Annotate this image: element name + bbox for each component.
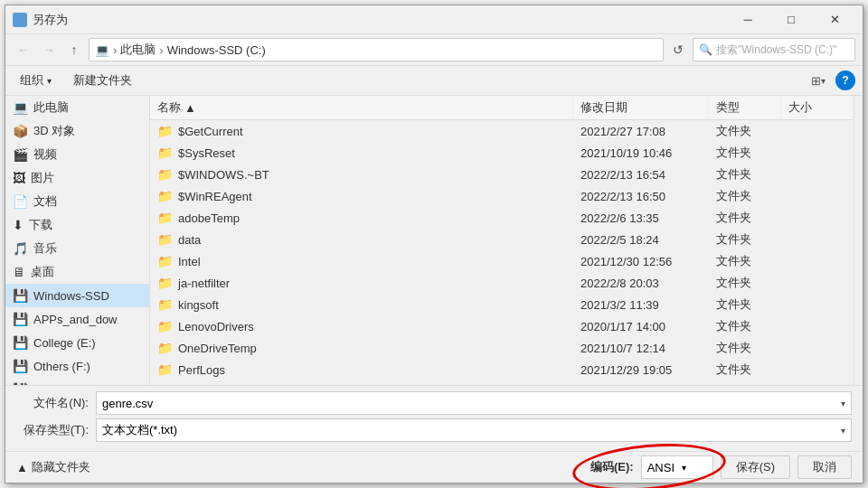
- title-bar-left: 另存为: [13, 12, 68, 28]
- sidebar-item-college-e[interactable]: 💾College (E:): [5, 331, 149, 354]
- table-row[interactable]: 📁 Intel 2021/12/30 12:56 文件夹: [150, 250, 854, 272]
- sidebar-item-windows-ssd[interactable]: 💾Windows-SSD: [5, 284, 149, 307]
- title-bar-buttons: ─ □ ✕: [727, 7, 855, 33]
- file-name-cell: 📁 ja-netfilter: [150, 272, 573, 294]
- file-name: $GetCurrent: [178, 125, 243, 138]
- filename-input[interactable]: genre.csv ▾: [96, 391, 852, 415]
- sidebar-label-desktop: 桌面: [31, 264, 54, 280]
- file-name: OneDriveTemp: [178, 342, 257, 355]
- table-row[interactable]: 📁 $SysReset 2021/10/19 10:46 文件夹: [150, 142, 854, 164]
- address-bar: ← → ↑ 💻 › 此电脑 › Windows-SSD (C:) ↺ 🔍 搜索"…: [5, 34, 863, 66]
- search-box[interactable]: 🔍 搜索"Windows-SSD (C:)": [693, 38, 855, 61]
- file-size-cell: [781, 337, 854, 359]
- forward-button[interactable]: →: [38, 39, 60, 61]
- file-type-cell: 文件夹: [709, 359, 781, 380]
- sidebar: 💻此电脑📦3D 对象🎬视频🖼图片📄文档⬇下载🎵音乐🖥桌面💾Windows-SSD…: [5, 96, 150, 385]
- table-row[interactable]: 📁 PerfLogs 2021/12/29 19:05 文件夹: [150, 359, 854, 380]
- maximize-button[interactable]: □: [770, 7, 812, 33]
- encoding-section: 编码(E): ANSI ▾ 保存(S) 取消: [590, 455, 852, 479]
- address-path[interactable]: 💻 › 此电脑 › Windows-SSD (C:): [89, 38, 664, 61]
- folder-icon: 📁: [157, 189, 173, 203]
- close-button[interactable]: ✕: [814, 7, 855, 33]
- sidebar-icon-videos: 🎬: [13, 147, 28, 162]
- sidebar-item-music[interactable]: 🎵音乐: [5, 237, 149, 260]
- folder-icon: 📁: [157, 145, 173, 160]
- encoding-select[interactable]: ANSI ▾: [641, 455, 713, 479]
- sidebar-label-documents: 文档: [33, 193, 57, 210]
- path-sep2: ›: [159, 43, 163, 57]
- organize-button[interactable]: 组织 ▾: [13, 69, 59, 92]
- file-name-cell: 📁 LenovoDrivers: [150, 315, 573, 337]
- file-name-cell: 📁 $WinREAgent: [150, 185, 573, 207]
- header-name[interactable]: 名称 ▲: [150, 96, 573, 119]
- filename-label: 文件名(N):: [16, 395, 89, 411]
- file-name-cell: 📁 Intel: [150, 250, 573, 272]
- file-size-cell: [781, 359, 854, 380]
- header-size[interactable]: 大小: [781, 96, 854, 119]
- sidebar-label-college-e: College (E:): [33, 336, 96, 350]
- file-type-cell: 文件夹: [709, 142, 781, 164]
- file-size-cell: [781, 207, 854, 229]
- table-row[interactable]: 📁 $GetCurrent 2021/2/27 17:08 文件夹: [150, 120, 854, 142]
- file-name-cell: 📁 $GetCurrent: [150, 120, 573, 142]
- folder-icon: 📁: [157, 167, 173, 182]
- sidebar-item-others-f[interactable]: 💾Others (F:): [5, 354, 149, 378]
- sort-arrow: ▲: [184, 101, 196, 115]
- encoding-label: 编码(E):: [590, 459, 634, 475]
- sidebar-icon-music: 🎵: [13, 241, 28, 256]
- filetype-input[interactable]: 文本文档(*.txt) ▾: [96, 418, 852, 442]
- sidebar-item-3d-objects[interactable]: 📦3D 对象: [5, 119, 149, 143]
- up-button[interactable]: ↑: [63, 39, 85, 61]
- sidebar-item-desktop[interactable]: 🖥桌面: [5, 260, 149, 284]
- sidebar-item-downloads[interactable]: ⬇下载: [5, 213, 149, 237]
- save-button[interactable]: 保存(S): [721, 455, 790, 479]
- organize-label: 组织: [20, 72, 43, 89]
- file-name-cell: 📁 $WINDOWS.~BT: [150, 164, 573, 185]
- file-size-cell: [781, 250, 854, 272]
- folder-icon: 📁: [157, 254, 173, 268]
- table-row[interactable]: 📁 OneDriveTemp 2021/10/7 12:14 文件夹: [150, 337, 854, 359]
- sidebar-item-ssd-c[interactable]: 💾SSD (C:): [5, 378, 149, 385]
- file-date-cell: 2022/2/13 16:50: [573, 185, 709, 207]
- cancel-button[interactable]: 取消: [797, 455, 852, 479]
- minimize-button[interactable]: ─: [727, 7, 769, 33]
- dialog-title: 另存为: [33, 12, 68, 28]
- sidebar-item-this-pc[interactable]: 💻此电脑: [5, 96, 149, 119]
- file-name: data: [178, 233, 201, 247]
- sidebar-item-documents[interactable]: 📄文档: [5, 190, 149, 213]
- file-name: ja-netfilter: [178, 277, 230, 290]
- refresh-button[interactable]: ↺: [667, 39, 689, 61]
- header-type[interactable]: 类型: [709, 96, 781, 119]
- right-scrollbar[interactable]: [854, 96, 863, 385]
- back-button[interactable]: ←: [13, 39, 34, 61]
- table-row[interactable]: 📁 kingsoft 2021/3/2 11:39 文件夹: [150, 294, 854, 315]
- sidebar-icon-apps-and-dow: 💾: [13, 312, 28, 326]
- folder-icon: 📁: [157, 341, 173, 355]
- sidebar-label-apps-and-dow: APPs_and_dow: [33, 313, 118, 326]
- file-date-cell: 2022/2/5 18:24: [573, 229, 709, 250]
- sidebar-item-pictures[interactable]: 🖼图片: [5, 166, 149, 190]
- sidebar-icon-windows-ssd: 💾: [13, 288, 28, 303]
- file-name: adobeTemp: [178, 211, 240, 225]
- header-date[interactable]: 修改日期: [573, 96, 709, 119]
- file-size-cell: [781, 294, 854, 315]
- file-type-cell: 文件夹: [709, 250, 781, 272]
- file-size-cell: [781, 120, 854, 142]
- table-row[interactable]: 📁 LenovoDrivers 2020/1/17 14:00 文件夹: [150, 315, 854, 337]
- file-name-cell: 📁 $SysReset: [150, 142, 573, 164]
- sidebar-item-videos[interactable]: 🎬视频: [5, 143, 149, 166]
- save-dialog: 另存为 ─ □ ✕ ← → ↑ 💻 › 此电脑 › Windows-SSD (C…: [5, 5, 863, 483]
- file-date-cell: 2020/1/17 14:00: [573, 315, 709, 337]
- table-row[interactable]: 📁 data 2022/2/5 18:24 文件夹: [150, 229, 854, 250]
- view-button[interactable]: ⊞ ▾: [807, 69, 830, 92]
- encoding-arrow: ▾: [682, 463, 686, 473]
- table-row[interactable]: 📁 ja-netfilter 2022/2/8 20:03 文件夹: [150, 272, 854, 294]
- file-date-cell: 2021/3/2 11:39: [573, 294, 709, 315]
- file-list: 📁 $GetCurrent 2021/2/27 17:08 文件夹 📁 $Sys…: [150, 120, 854, 385]
- table-row[interactable]: 📁 $WinREAgent 2022/2/13 16:50 文件夹: [150, 185, 854, 207]
- table-row[interactable]: 📁 adobeTemp 2022/2/6 13:35 文件夹: [150, 207, 854, 229]
- new-folder-button[interactable]: 新建文件夹: [66, 69, 139, 92]
- table-row[interactable]: 📁 $WINDOWS.~BT 2022/2/13 16:54 文件夹: [150, 164, 854, 185]
- sidebar-item-apps-and-dow[interactable]: 💾APPs_and_dow: [5, 307, 149, 331]
- help-button[interactable]: ?: [835, 70, 855, 90]
